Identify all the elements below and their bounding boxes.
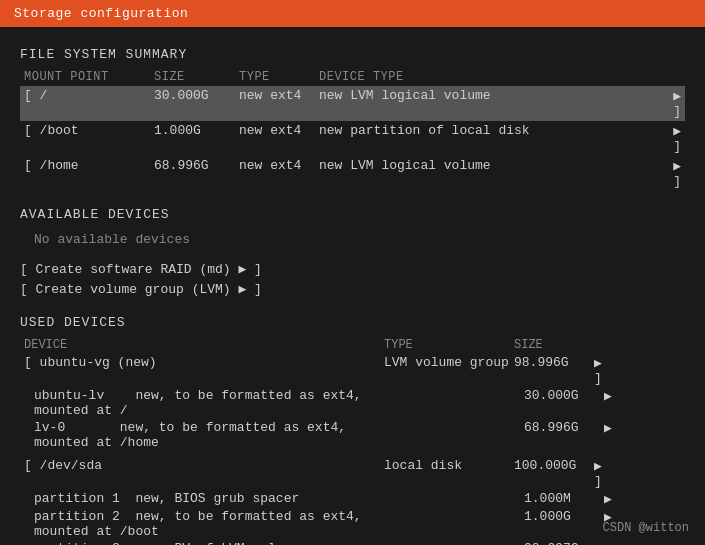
used-group-ubuntu-vg: [ ubuntu-vg (new) LVM volume group 98.99… [20, 354, 685, 451]
used-header-type: TYPE [384, 338, 514, 352]
ubuntu-lv-type [394, 388, 524, 418]
fs-size-home: 68.996G [154, 158, 239, 189]
used-table-header: DEVICE TYPE SIZE [20, 336, 685, 354]
fs-size-boot: 1.000G [154, 123, 239, 154]
fs-type-boot: new ext4 [239, 123, 319, 154]
part3-arrow: ▶ [604, 541, 624, 545]
ubuntu-lv-arrow: ▶ [604, 388, 624, 418]
header-mount: MOUNT POINT [24, 70, 154, 84]
fs-device-boot: new partition of local disk [319, 123, 661, 154]
part3-type [394, 541, 524, 545]
fs-type-root: new ext4 [239, 88, 319, 119]
part3-size: 98.997G [524, 541, 604, 545]
fs-table-header: MOUNT POINT SIZE TYPE DEVICE TYPE [20, 68, 685, 86]
lv0-size: 68.996G [524, 420, 604, 450]
sda-type: local disk [384, 458, 514, 489]
used-row-part1[interactable]: partition 1 new, BIOS grub spacer 1.000M… [20, 490, 685, 508]
header-device: DEVICE TYPE [319, 70, 681, 84]
fs-row-boot[interactable]: [ /boot 1.000G new ext4 new partition of… [20, 121, 685, 156]
fs-arrow-home: ▶ ] [661, 158, 681, 189]
fs-mount-root: [ / [24, 88, 154, 119]
ubuntu-vg-type: LVM volume group [384, 355, 514, 386]
used-header-device: DEVICE [24, 338, 384, 352]
avail-devices-title: AVAILABLE DEVICES [20, 207, 685, 222]
fs-arrow-root: ▶ ] [661, 88, 681, 119]
no-devices-text: No available devices [20, 228, 685, 251]
part1-type [394, 491, 524, 507]
create-lvm-link[interactable]: [ Create volume group (LVM) ▶ ] [20, 279, 685, 299]
sda-size: 100.000G [514, 458, 594, 489]
fs-device-root: new LVM logical volume [319, 88, 661, 119]
ubuntu-vg-arrow: ▶ ] [594, 355, 614, 386]
part1-label: partition 1 new, BIOS grub spacer [34, 491, 394, 507]
header-type: TYPE [239, 70, 319, 84]
ubuntu-vg-label: [ ubuntu-vg (new) [24, 355, 384, 386]
sda-label: [ /dev/sda [24, 458, 384, 489]
part1-size: 1.000M [524, 491, 604, 507]
fs-summary-title: FILE SYSTEM SUMMARY [20, 47, 685, 62]
part2-size: 1.000G [524, 509, 604, 539]
lv0-arrow: ▶ [604, 420, 624, 450]
used-row-ubuntu-lv[interactable]: ubuntu-lv new, to be formatted as ext4, … [20, 387, 685, 419]
lv0-label: lv-0 new, to be formatted as ext4, mount… [34, 420, 394, 450]
fs-device-home: new LVM logical volume [319, 158, 661, 189]
fs-row-root[interactable]: [ / 30.000G new ext4 new LVM logical vol… [20, 86, 685, 121]
fs-mount-boot: [ /boot [24, 123, 154, 154]
used-header-size: SIZE [514, 338, 594, 352]
sda-arrow: ▶ ] [594, 458, 614, 489]
fs-summary-table: MOUNT POINT SIZE TYPE DEVICE TYPE [ / 30… [20, 68, 685, 191]
fs-size-root: 30.000G [154, 88, 239, 119]
fs-type-home: new ext4 [239, 158, 319, 189]
used-row-sda[interactable]: [ /dev/sda local disk 100.000G ▶ ] [20, 457, 685, 490]
lv0-type [394, 420, 524, 450]
title-text: Storage configuration [14, 6, 188, 21]
used-row-ubuntu-vg[interactable]: [ ubuntu-vg (new) LVM volume group 98.99… [20, 354, 685, 387]
part2-label: partition 2 new, to be formatted as ext4… [34, 509, 394, 539]
ubuntu-lv-label: ubuntu-lv new, to be formatted as ext4, … [34, 388, 394, 418]
fs-mount-home: [ /home [24, 158, 154, 189]
used-group-sda: [ /dev/sda local disk 100.000G ▶ ] parti… [20, 457, 685, 545]
part2-type [394, 509, 524, 539]
part3-label: partition 3 new, PV of LVM volume group … [34, 541, 394, 545]
title-bar: Storage configuration [0, 0, 705, 27]
fs-arrow-boot: ▶ ] [661, 123, 681, 154]
main-content: FILE SYSTEM SUMMARY MOUNT POINT SIZE TYP… [0, 27, 705, 545]
fs-row-home[interactable]: [ /home 68.996G new ext4 new LVM logical… [20, 156, 685, 191]
ubuntu-lv-size: 30.000G [524, 388, 604, 418]
avail-actions: [ Create software RAID (md) ▶ ] [ Create… [20, 259, 685, 299]
used-row-part2[interactable]: partition 2 new, to be formatted as ext4… [20, 508, 685, 540]
used-devices-table: DEVICE TYPE SIZE [ ubuntu-vg (new) LVM v… [20, 336, 685, 545]
used-devices-title: USED DEVICES [20, 315, 685, 330]
watermark: CSDN @witton [603, 521, 689, 535]
used-row-lv0[interactable]: lv-0 new, to be formatted as ext4, mount… [20, 419, 685, 451]
ubuntu-vg-size: 98.996G [514, 355, 594, 386]
header-size: SIZE [154, 70, 239, 84]
used-row-part3[interactable]: partition 3 new, PV of LVM volume group … [20, 540, 685, 545]
part1-arrow: ▶ [604, 491, 624, 507]
create-raid-link[interactable]: [ Create software RAID (md) ▶ ] [20, 259, 685, 279]
